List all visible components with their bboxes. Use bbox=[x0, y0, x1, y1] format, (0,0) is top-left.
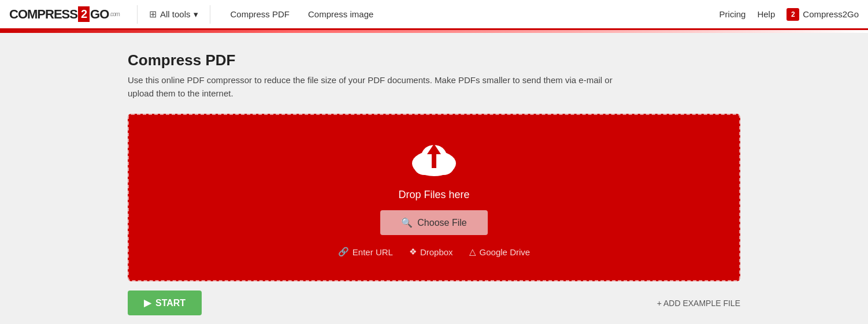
header-right: Pricing Help 2 Compress2Go bbox=[719, 8, 859, 21]
nav-link-compress-image[interactable]: Compress image bbox=[300, 6, 381, 23]
choose-file-label: Choose File bbox=[417, 218, 466, 228]
enter-url-option[interactable]: 🔗 Enter URL bbox=[338, 247, 393, 257]
choose-file-button[interactable]: 🔍 Choose File bbox=[380, 210, 487, 235]
logo-2-text: 2 bbox=[78, 6, 90, 22]
nav-link-compress-pdf[interactable]: Compress PDF bbox=[222, 6, 298, 23]
dropbox-option[interactable]: ❖ Dropbox bbox=[409, 247, 453, 257]
compress2go-badge-icon: 2 bbox=[787, 8, 799, 21]
dropbox-label: Dropbox bbox=[420, 247, 453, 257]
all-tools-label: All tools bbox=[160, 9, 191, 19]
logo-com-text: .com bbox=[109, 11, 120, 17]
search-icon: 🔍 bbox=[401, 217, 413, 228]
dropbox-icon: ❖ bbox=[409, 247, 417, 257]
compress2go-badge[interactable]: 2 Compress2Go bbox=[787, 8, 859, 21]
start-button[interactable]: ▶ START bbox=[128, 291, 202, 315]
pricing-link[interactable]: Pricing bbox=[719, 9, 746, 19]
link-icon: 🔗 bbox=[338, 247, 349, 257]
drop-files-text: Drop Files here bbox=[398, 189, 469, 201]
google-drive-option[interactable]: △ Google Drive bbox=[469, 247, 531, 257]
header-divider-2 bbox=[210, 5, 210, 24]
extra-options: 🔗 Enter URL ❖ Dropbox △ Google Drive bbox=[338, 247, 530, 257]
all-tools-button[interactable]: ⊞ All tools ▾ bbox=[143, 5, 205, 23]
header: COMPRESS2GO.com ⊞ All tools ▾ Compress P… bbox=[0, 0, 868, 30]
header-divider bbox=[137, 5, 138, 24]
logo[interactable]: COMPRESS2GO.com bbox=[9, 6, 120, 22]
google-drive-icon: △ bbox=[469, 247, 476, 257]
drop-zone[interactable]: Drop Files here 🔍 Choose File 🔗 Enter UR… bbox=[128, 114, 740, 281]
help-link[interactable]: Help bbox=[757, 9, 775, 19]
chevron-right-icon: ▶ bbox=[144, 297, 151, 308]
main-content: Compress PDF Use this online PDF compres… bbox=[0, 33, 868, 324]
start-button-label: START bbox=[155, 298, 186, 308]
cloud-upload-icon bbox=[408, 138, 460, 180]
nav-links: Compress PDF Compress image bbox=[222, 6, 381, 23]
logo-compress-text: COMPRESS bbox=[9, 7, 77, 22]
grid-icon: ⊞ bbox=[149, 9, 157, 20]
content-wrapper: Compress PDF Use this online PDF compres… bbox=[116, 51, 752, 281]
page-description: Use this online PDF compressor to reduce… bbox=[128, 74, 636, 100]
logo-go-text: GO bbox=[90, 7, 109, 22]
bottom-bar: ▶ START + ADD EXAMPLE FILE bbox=[116, 281, 752, 315]
add-example-file-link[interactable]: + ADD EXAMPLE FILE bbox=[657, 299, 740, 308]
compress2go-badge-label: Compress2Go bbox=[803, 9, 859, 19]
chevron-down-icon: ▾ bbox=[194, 9, 198, 20]
google-drive-label: Google Drive bbox=[480, 247, 531, 257]
page-title: Compress PDF bbox=[128, 51, 740, 69]
enter-url-label: Enter URL bbox=[353, 247, 393, 257]
